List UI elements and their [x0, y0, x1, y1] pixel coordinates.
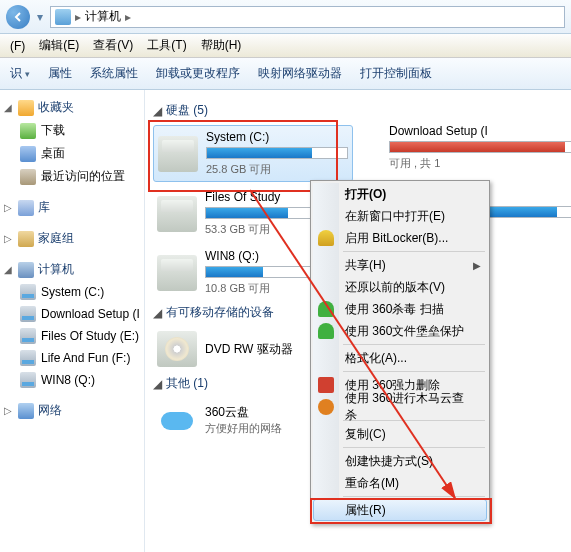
toolbar-properties[interactable]: 属性	[48, 65, 72, 82]
ctx-360-trojan-scan[interactable]: 使用 360进行木马云查杀	[313, 396, 487, 418]
ctx-open-new-window[interactable]: 在新窗口中打开(E)	[313, 205, 487, 227]
sidebar-drive-f[interactable]: Life And Fun (F:)	[0, 347, 144, 369]
chevron-right-icon: ▸	[125, 10, 131, 24]
toolbar-organize[interactable]: 识▾	[10, 65, 30, 82]
sidebar-computer[interactable]: ◢计算机	[0, 258, 144, 281]
menu-edit[interactable]: 编辑(E)	[33, 35, 85, 56]
ctx-rename[interactable]: 重命名(M)	[313, 472, 487, 494]
navigation-sidebar: ◢收藏夹 下载 桌面 最近访问的位置 ▷库 ▷家庭组 ◢计算机 System (…	[0, 90, 145, 552]
toolbar-system-properties[interactable]: 系统属性	[90, 65, 138, 82]
drive-download-setup[interactable]: Download Setup (I 可用 , 共 1	[385, 120, 571, 175]
download-icon	[20, 123, 36, 139]
network-icon	[18, 403, 34, 419]
toolbar-map-drive[interactable]: 映射网络驱动器	[258, 65, 342, 82]
chevron-right-icon: ▶	[473, 260, 481, 271]
menu-tools[interactable]: 工具(T)	[141, 35, 192, 56]
computer-icon	[18, 262, 34, 278]
ctx-share[interactable]: 共享(H)▶	[313, 254, 487, 276]
shield-green-icon	[318, 323, 334, 339]
toolbar-uninstall[interactable]: 卸载或更改程序	[156, 65, 240, 82]
drive-system-c[interactable]: System (C:) 25.8 GB 可用	[153, 125, 353, 182]
toolbar: 识▾ 属性 系统属性 卸载或更改程序 映射网络驱动器 打开控制面板	[0, 58, 571, 90]
delete-icon	[318, 377, 334, 393]
dvd-icon	[157, 331, 197, 367]
drive-icon	[20, 284, 36, 300]
drive-icon	[157, 255, 197, 291]
homegroup-icon	[18, 231, 34, 247]
drive-icon	[158, 136, 198, 172]
shield-green-icon	[318, 301, 334, 317]
sidebar-drive-e[interactable]: Files Of Study (E:)	[0, 325, 144, 347]
ctx-copy[interactable]: 复制(C)	[313, 423, 487, 445]
cloud-icon	[157, 402, 197, 438]
menu-bar: (F) 编辑(E) 查看(V) 工具(T) 帮助(H)	[0, 34, 571, 58]
sidebar-drive-d[interactable]: Download Setup (I	[0, 303, 144, 325]
library-icon	[18, 200, 34, 216]
ctx-360-scan[interactable]: 使用 360杀毒 扫描	[313, 298, 487, 320]
star-icon	[18, 100, 34, 116]
section-hard-disks[interactable]: ◢硬盘 (5)	[153, 102, 571, 119]
drive-icon	[20, 350, 36, 366]
ctx-format[interactable]: 格式化(A)...	[313, 347, 487, 369]
desktop-icon	[20, 146, 36, 162]
sidebar-favorites[interactable]: ◢收藏夹	[0, 96, 144, 119]
sidebar-item-desktop[interactable]: 桌面	[0, 142, 144, 165]
address-bar: ▾ ▸ 计算机 ▸	[0, 0, 571, 34]
drive-icon	[157, 196, 197, 232]
toolbar-control-panel[interactable]: 打开控制面板	[360, 65, 432, 82]
nav-back-button[interactable]	[6, 5, 30, 29]
ctx-bitlocker[interactable]: 启用 BitLocker(B)...	[313, 227, 487, 249]
sidebar-homegroup[interactable]: ▷家庭组	[0, 227, 144, 250]
nav-history-dropdown[interactable]: ▾	[34, 7, 46, 27]
computer-icon	[55, 9, 71, 25]
sidebar-drive-c[interactable]: System (C:)	[0, 281, 144, 303]
sidebar-libraries[interactable]: ▷库	[0, 196, 144, 219]
drive-icon	[20, 328, 36, 344]
ctx-previous-versions[interactable]: 还原以前的版本(V)	[313, 276, 487, 298]
breadcrumb[interactable]: ▸ 计算机 ▸	[50, 6, 565, 28]
menu-view[interactable]: 查看(V)	[87, 35, 139, 56]
drive-icon	[20, 372, 36, 388]
sidebar-item-downloads[interactable]: 下载	[0, 119, 144, 142]
ctx-create-shortcut[interactable]: 创建快捷方式(S)	[313, 450, 487, 472]
sidebar-item-recent[interactable]: 最近访问的位置	[0, 165, 144, 188]
breadcrumb-location[interactable]: 计算机	[85, 8, 121, 25]
chevron-right-icon: ▸	[75, 10, 81, 24]
drive-icon	[20, 306, 36, 322]
ctx-open[interactable]: 打开(O)	[313, 183, 487, 205]
ctx-properties[interactable]: 属性(R)	[313, 499, 487, 521]
ctx-360-fortress[interactable]: 使用 360文件堡垒保护	[313, 320, 487, 342]
recent-icon	[20, 169, 36, 185]
menu-file[interactable]: (F)	[4, 37, 31, 55]
arrow-left-icon	[13, 12, 23, 22]
scan-icon	[318, 399, 334, 415]
sidebar-network[interactable]: ▷网络	[0, 399, 144, 422]
shield-icon	[318, 230, 334, 246]
sidebar-drive-q[interactable]: WIN8 (Q:)	[0, 369, 144, 391]
menu-help[interactable]: 帮助(H)	[195, 35, 248, 56]
context-menu: 打开(O) 在新窗口中打开(E) 启用 BitLocker(B)... 共享(H…	[310, 180, 490, 524]
